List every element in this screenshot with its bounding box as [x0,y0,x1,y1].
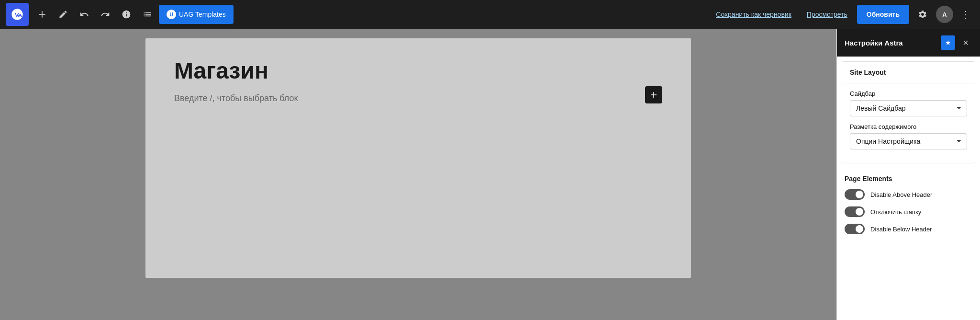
wp-logo[interactable] [6,3,29,26]
site-layout-body: Сайдбар Левый Сайдбар Правый Сайдбар Без… [842,83,975,163]
preview-button[interactable]: Просмотреть [801,7,853,22]
page-elements-heading: Page Elements [845,175,972,183]
uag-button-label: UAG Templates [179,11,226,18]
close-panel-button[interactable]: × [959,36,972,49]
save-draft-button[interactable]: Сохранить как черновик [710,7,797,22]
tools-button[interactable] [54,5,73,24]
toggle-slider-header [845,206,865,217]
sidebar-label: Сайдбар [850,90,967,97]
page-elements-section: Page Elements Disable Above Header Отклю… [837,168,980,248]
more-options-button[interactable]: ⋮ [957,6,974,23]
disable-below-header-label: Disable Below Header [870,226,932,233]
toolbar-right: Сохранить как черновик Просмотреть Обнов… [710,5,974,24]
toggle-row-header: Отключить шапку [845,206,972,217]
main-area: Магазин Введите /, чтобы выбрать блок На… [0,29,980,320]
content-layout-label: Разметка содержимого [850,123,967,130]
panel-title: Настройки Astra [845,39,903,47]
info-button[interactable] [117,5,136,24]
panel-header-icons: ★ × [941,35,972,50]
toolbar-left: U UAG Templates [6,3,708,26]
add-block-toolbar-button[interactable] [33,5,52,24]
list-view-button[interactable] [138,5,157,24]
site-layout-section: Site Layout Сайдбар Левый Сайдбар Правый… [842,61,975,163]
toggle-row-above-header: Disable Above Header [845,189,972,200]
content-layout-select[interactable]: Опции Настройщика Во всю ширину В рамке [850,133,967,149]
panel-header: Настройки Astra ★ × [837,29,980,57]
svg-rect-1 [39,14,45,15]
disable-above-header-toggle[interactable] [845,189,865,200]
settings-button[interactable] [913,5,932,24]
toolbar: U UAG Templates Сохранить как черновик П… [0,0,980,29]
avatar-text: A [942,11,947,18]
toggle-slider-above-header [845,189,865,200]
uag-icon: U [167,10,176,19]
disable-above-header-label: Disable Above Header [870,191,932,198]
site-layout-heading: Site Layout [842,62,975,83]
canvas-wrapper: Магазин Введите /, чтобы выбрать блок [0,29,836,320]
undo-button[interactable] [75,5,94,24]
disable-header-label: Отключить шапку [870,208,921,216]
toggle-row-below-header: Disable Below Header [845,224,972,234]
sidebar-select[interactable]: Левый Сайдбар Правый Сайдбар Без сайдбар… [850,100,967,116]
uag-templates-button[interactable]: U UAG Templates [159,5,234,24]
content-placeholder[interactable]: Введите /, чтобы выбрать блок [174,93,662,103]
page-title: Магазин [174,57,662,84]
svg-rect-3 [651,94,657,95]
avatar[interactable]: A [936,6,953,23]
right-panel: Настройки Astra ★ × Site Layout Сайдбар … [836,29,980,320]
redo-button[interactable] [96,5,115,24]
disable-below-header-toggle[interactable] [845,224,865,234]
update-button[interactable]: Обновить [857,5,909,24]
star-button[interactable]: ★ [941,35,955,50]
disable-header-toggle[interactable] [845,206,865,217]
canvas: Магазин Введите /, чтобы выбрать блок [145,38,691,278]
toggle-slider-below-header [845,224,865,234]
add-block-inline-button[interactable] [645,86,662,103]
